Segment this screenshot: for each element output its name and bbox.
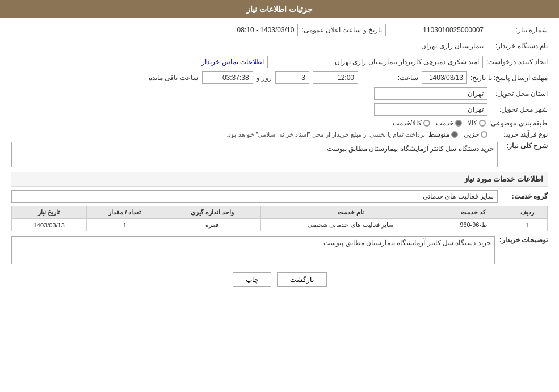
col-name: نام خدمت (261, 206, 440, 219)
remaining-suffix: ساعت باقی مانده (149, 74, 199, 82)
process-option-medium[interactable]: متوسط (428, 130, 458, 138)
response-date-value: 1403/03/13 (422, 71, 467, 84)
process-row: نوع فرآیند خرید: جزیی متوسط پرداخت تمام … (11, 130, 548, 138)
radio-both-icon (423, 120, 430, 127)
page-wrapper: جزئیات اطلاعات نیاز شماره نیاز: 11030100… (0, 0, 559, 392)
service-group-value: سایر فعالیت های خدماتی (11, 190, 498, 203)
cell-name: سایر فعالیت های خدماتی شخصی (261, 219, 440, 231)
response-deadline-label: مهلت ارسال پاسخ: تا تاریخ: (470, 74, 548, 82)
category-kala-label: کالا (468, 119, 477, 127)
response-time-label: ساعت: (362, 74, 418, 82)
process-medium-label: متوسط (428, 130, 449, 138)
radio-service-icon (455, 120, 462, 127)
process-option-partial[interactable]: جزیی (464, 130, 487, 138)
col-row: ردیف (507, 206, 547, 219)
remaining-days-value: 3 (275, 71, 309, 84)
category-both-label: کالا/خدمت (393, 119, 422, 127)
radio-partial-icon (481, 131, 487, 138)
creator-label: ایجاد کننده درخواست: (486, 58, 548, 66)
col-unit: واحد اندازه گیری (163, 206, 261, 219)
remaining-time-value: 03:37:38 (202, 71, 253, 84)
page-header: جزئیات اطلاعات نیاز (0, 0, 559, 18)
province-row: استان محل تحویل: تهران (11, 87, 548, 100)
need-desc-label: شرح کلی نیاز: (502, 142, 548, 150)
category-label: طبقه بندی موضوعی: (489, 119, 548, 127)
buyer-desc-label: توضیحات خریدار: (499, 236, 548, 244)
buyer-name-label: نام دستگاه خریدار: (491, 42, 548, 50)
cell-unit: فقره (163, 219, 261, 231)
category-option-both[interactable]: کالا/خدمت (393, 119, 430, 127)
response-time-value: 12:00 (313, 71, 358, 84)
radio-kala-icon (479, 120, 486, 127)
city-value: تهران (374, 103, 487, 116)
category-radio-group: کالا خدمت کالا/خدمت (393, 119, 486, 127)
buyer-desc-value: خرید دستگاه سل کانتر آزمایشگاه بیمارستان… (11, 236, 495, 264)
remaining-days-label: روز و (257, 74, 272, 82)
process-radio-group: جزیی متوسط (428, 130, 487, 138)
province-value: تهران (374, 87, 487, 100)
creator-row: ایجاد کننده درخواست: امید شکری دمیرچی کا… (11, 56, 548, 68)
radio-medium-icon (451, 131, 458, 138)
buyer-name-value: بیمارستان رازی تهران (329, 40, 487, 52)
need-number-value: 1103010025000007 (385, 24, 487, 36)
col-date: تاریخ نیاز (12, 206, 87, 219)
service-group-label: گروه خدمت: (502, 192, 548, 200)
date-label: تاریخ و ساعت اعلان عمومی: (301, 26, 382, 34)
city-label: شهر محل تحویل: (491, 106, 548, 113)
services-table: ردیف کد خدمت نام خدمت واحد اندازه گیری ت… (11, 206, 548, 231)
cell-date: 1403/03/13 (12, 219, 87, 231)
table-row: 1 ط-96-960 سایر فعالیت های خدماتی شخصی ف… (12, 219, 548, 231)
need-desc-value: خرید دستگاه سل کانتر آزمایشگاه بیمارستان… (11, 142, 498, 167)
footer-buttons: بازگشت چاپ (11, 272, 548, 287)
category-row: طبقه بندی موضوعی: کالا خدمت کالا/خدمت (11, 119, 548, 127)
creator-value: امید شکری دمیرچی کاربرداز بیمارستان رازی… (267, 56, 483, 68)
print-button[interactable]: چاپ (233, 272, 271, 287)
main-content: شماره نیاز: 1103010025000007 تاریخ و ساع… (0, 18, 559, 298)
date-value: 1403/03/10 - 08:10 (196, 24, 298, 36)
buyer-name-row: نام دستگاه خریدار: بیمارستان رازی تهران (11, 40, 548, 52)
services-section-title: اطلاعات خدمات مورد نیاز (11, 172, 548, 187)
buyer-description-row: توضیحات خریدار: خرید دستگاه سل کانتر آزم… (11, 236, 548, 264)
process-label: نوع فرآیند خرید: (491, 130, 548, 138)
need-number-row: شماره نیاز: 1103010025000007 تاریخ و ساع… (11, 24, 548, 36)
process-partial-label: جزیی (464, 130, 479, 138)
page-title: جزئیات اطلاعات نیاز (246, 5, 313, 14)
need-number-label: شماره نیاز: (491, 26, 548, 34)
creator-link[interactable]: اطلاعات تماس خریدار (201, 58, 264, 66)
back-button[interactable]: بازگشت (277, 272, 327, 287)
category-service-label: خدمت (436, 119, 453, 127)
need-description-box: شرح کلی نیاز: خرید دستگاه سل کانتر آزمای… (11, 142, 548, 167)
col-code: کد خدمت (440, 206, 507, 219)
col-count: تعداد / مقدار (86, 206, 163, 219)
cell-row: 1 (507, 219, 547, 231)
cell-count: 1 (86, 219, 163, 231)
city-row: شهر محل تحویل: تهران (11, 103, 548, 116)
category-option-service[interactable]: خدمت (436, 119, 462, 127)
deadline-row: مهلت ارسال پاسخ: تا تاریخ: 1403/03/13 سا… (11, 71, 548, 84)
process-note: پرداخت تمام یا بخشی از مبلغ خریدار از مح… (226, 131, 425, 138)
service-group-row: گروه خدمت: سایر فعالیت های خدماتی (11, 190, 548, 203)
cell-code: ط-96-960 (440, 219, 507, 231)
category-option-kala[interactable]: کالا (468, 119, 486, 127)
province-label: استان محل تحویل: (491, 90, 548, 98)
